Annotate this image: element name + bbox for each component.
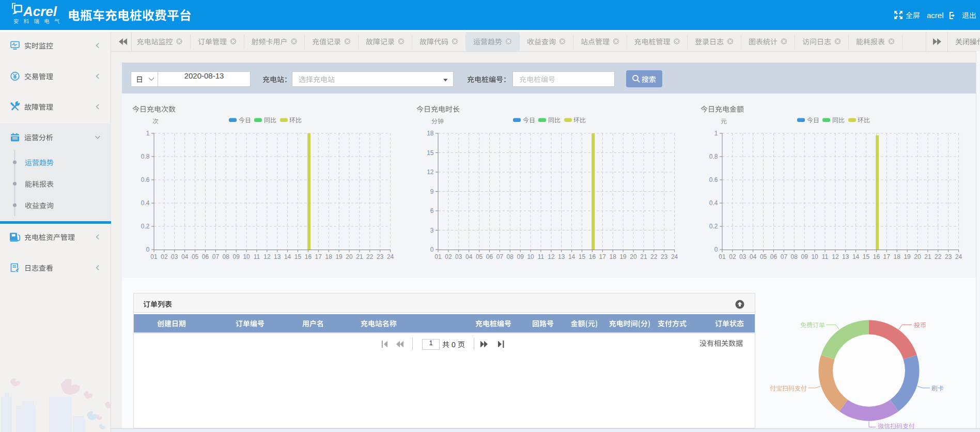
svg-text:04: 04 bbox=[750, 253, 757, 260]
svg-text:09: 09 bbox=[801, 253, 808, 260]
svg-text:12: 12 bbox=[832, 253, 839, 260]
svg-text:20: 20 bbox=[346, 253, 353, 260]
svg-text:1: 1 bbox=[146, 130, 150, 137]
svg-text:06: 06 bbox=[770, 253, 777, 260]
svg-text:04: 04 bbox=[181, 253, 189, 260]
svg-text:12: 12 bbox=[427, 168, 434, 176]
svg-text:0.8: 0.8 bbox=[709, 153, 718, 160]
svg-text:03: 03 bbox=[455, 253, 462, 260]
svg-text:02: 02 bbox=[445, 253, 452, 260]
svg-text:19: 19 bbox=[904, 253, 911, 260]
svg-text:04: 04 bbox=[465, 253, 473, 260]
svg-text:14: 14 bbox=[568, 253, 575, 260]
svg-text:21: 21 bbox=[356, 253, 363, 260]
svg-text:18: 18 bbox=[894, 253, 901, 260]
svg-text:03: 03 bbox=[739, 253, 746, 260]
svg-text:11: 11 bbox=[254, 253, 260, 260]
svg-text:10: 10 bbox=[811, 253, 818, 260]
svg-text:3: 3 bbox=[430, 227, 434, 234]
svg-text:16: 16 bbox=[305, 253, 312, 260]
svg-text:23: 23 bbox=[661, 253, 668, 260]
svg-text:15: 15 bbox=[863, 253, 870, 260]
svg-text:21: 21 bbox=[924, 253, 931, 260]
svg-text:18: 18 bbox=[610, 253, 617, 260]
svg-text:22: 22 bbox=[366, 253, 374, 260]
svg-text:12: 12 bbox=[548, 253, 555, 260]
svg-text:0.8: 0.8 bbox=[141, 153, 150, 160]
svg-text:19: 19 bbox=[335, 253, 343, 260]
svg-text:17: 17 bbox=[599, 253, 606, 260]
svg-text:0.2: 0.2 bbox=[141, 223, 150, 230]
svg-text:13: 13 bbox=[274, 253, 281, 260]
svg-text:21: 21 bbox=[640, 253, 647, 260]
svg-text:10: 10 bbox=[527, 253, 534, 260]
svg-text:0.6: 0.6 bbox=[709, 176, 718, 183]
svg-text:01: 01 bbox=[434, 253, 442, 260]
svg-text:23: 23 bbox=[945, 253, 952, 260]
svg-text:24: 24 bbox=[671, 253, 678, 260]
svg-text:24: 24 bbox=[955, 253, 962, 260]
svg-text:06: 06 bbox=[202, 253, 209, 260]
svg-text:07: 07 bbox=[496, 253, 504, 260]
svg-text:09: 09 bbox=[233, 253, 240, 260]
svg-text:09: 09 bbox=[517, 253, 524, 260]
svg-text:07: 07 bbox=[781, 253, 788, 260]
svg-text:0: 0 bbox=[714, 246, 718, 253]
svg-text:0.6: 0.6 bbox=[141, 176, 150, 183]
svg-text:15: 15 bbox=[427, 149, 434, 157]
svg-text:17: 17 bbox=[883, 253, 891, 260]
svg-text:08: 08 bbox=[507, 253, 514, 260]
svg-text:05: 05 bbox=[192, 253, 199, 260]
svg-text:02: 02 bbox=[729, 253, 736, 260]
svg-text:18: 18 bbox=[427, 130, 434, 137]
svg-text:06: 06 bbox=[486, 253, 493, 260]
svg-text:13: 13 bbox=[842, 253, 849, 260]
svg-text:13: 13 bbox=[558, 253, 565, 260]
svg-text:0.2: 0.2 bbox=[709, 223, 718, 230]
svg-text:17: 17 bbox=[315, 253, 322, 260]
svg-text:08: 08 bbox=[791, 253, 798, 260]
svg-text:20: 20 bbox=[630, 253, 637, 260]
svg-text:20: 20 bbox=[914, 253, 921, 260]
svg-text:0.4: 0.4 bbox=[709, 199, 718, 207]
svg-text:08: 08 bbox=[223, 253, 230, 260]
svg-text:15: 15 bbox=[579, 253, 586, 260]
svg-text:22: 22 bbox=[935, 253, 942, 260]
svg-text:0: 0 bbox=[146, 246, 150, 253]
svg-text:9: 9 bbox=[430, 188, 434, 195]
svg-text:11: 11 bbox=[538, 253, 545, 260]
svg-text:07: 07 bbox=[212, 253, 220, 260]
svg-text:03: 03 bbox=[171, 253, 178, 260]
svg-text:16: 16 bbox=[873, 253, 880, 260]
svg-text:14: 14 bbox=[852, 253, 860, 260]
svg-text:24: 24 bbox=[387, 253, 394, 260]
svg-text:6: 6 bbox=[430, 207, 434, 214]
svg-text:12: 12 bbox=[263, 253, 271, 260]
svg-text:19: 19 bbox=[619, 253, 627, 260]
svg-text:15: 15 bbox=[294, 253, 302, 260]
svg-text:14: 14 bbox=[284, 253, 291, 260]
svg-text:0: 0 bbox=[430, 246, 434, 253]
svg-text:22: 22 bbox=[650, 253, 658, 260]
svg-text:01: 01 bbox=[719, 253, 726, 260]
svg-text:02: 02 bbox=[161, 253, 168, 260]
svg-text:23: 23 bbox=[377, 253, 384, 260]
svg-text:05: 05 bbox=[476, 253, 483, 260]
svg-text:16: 16 bbox=[589, 253, 596, 260]
svg-text:1: 1 bbox=[714, 130, 718, 137]
svg-text:01: 01 bbox=[150, 253, 158, 260]
svg-text:18: 18 bbox=[325, 253, 333, 260]
svg-text:11: 11 bbox=[822, 253, 829, 260]
svg-text:10: 10 bbox=[243, 253, 250, 260]
svg-text:0.4: 0.4 bbox=[141, 199, 150, 207]
svg-text:05: 05 bbox=[760, 253, 767, 260]
